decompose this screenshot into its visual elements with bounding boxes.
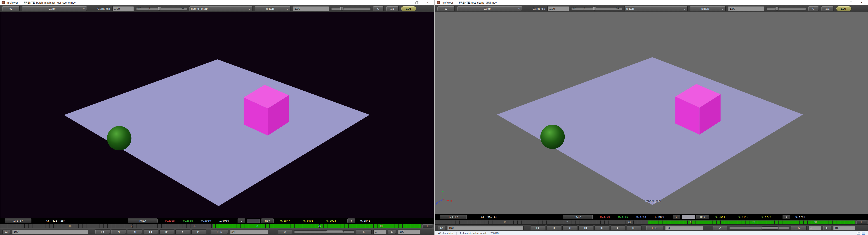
timeline-ruler[interactable]: 163146617691 L xyxy=(0,224,434,229)
pixel-b: 0.3763 xyxy=(633,215,649,218)
loop-start-button[interactable]: S xyxy=(356,230,372,234)
viewport[interactable]: render_camxyz xyxy=(435,12,868,214)
play-button[interactable]: ▶ xyxy=(611,226,625,230)
volume-slider[interactable] xyxy=(729,226,789,230)
titlebar[interactable]: mrViewer FRENTE: test_scene_GUI.mov × xyxy=(435,0,868,5)
loop-start-field[interactable]: 1 xyxy=(809,226,821,230)
loop-start-field[interactable]: 1 xyxy=(373,230,386,234)
frame-tick xyxy=(274,224,274,228)
go-to-end-button[interactable]: ▶| xyxy=(191,229,206,234)
gamma-input[interactable]: 1,00 xyxy=(728,6,764,11)
frame-tick xyxy=(675,221,675,224)
current-frame-field[interactable]: 100 xyxy=(447,226,524,230)
pixel-b: 0.2910 xyxy=(198,219,214,222)
wipe-button[interactable]: W xyxy=(437,6,455,11)
go-to-start-button[interactable]: |◀ xyxy=(530,226,545,230)
gamma-input[interactable]: 1,00 xyxy=(293,6,329,11)
timeline-ruler[interactable]: 163146617691 L xyxy=(435,220,868,225)
audio-button[interactable]: A xyxy=(278,230,292,234)
frame-tick xyxy=(394,224,395,228)
fps-field[interactable]: 24 xyxy=(665,226,703,230)
lut-button[interactable]: LUT xyxy=(836,6,851,11)
loop-end-field[interactable]: 100 xyxy=(833,226,855,230)
go-to-end-button[interactable]: ▶| xyxy=(627,226,642,230)
channel-dropdown[interactable]: Color ▽ xyxy=(457,6,522,11)
step-forward-button[interactable]: |▶ xyxy=(159,229,174,234)
loop-end-button[interactable]: E xyxy=(823,226,831,230)
audio-button[interactable]: A xyxy=(713,226,727,230)
frame-tick xyxy=(658,221,658,224)
play-button[interactable]: ▶ xyxy=(176,229,190,234)
hsv-button[interactable]: HSV xyxy=(696,215,709,219)
volume-slider-thumb[interactable] xyxy=(326,230,344,233)
lut-button[interactable]: LUT xyxy=(401,6,416,11)
minimize-button[interactable] xyxy=(838,1,842,4)
gamma-slider[interactable] xyxy=(766,6,806,11)
pixel-r: 0.2925 xyxy=(162,219,178,222)
color-check-button[interactable]: C xyxy=(238,218,245,223)
frame-tick xyxy=(455,221,456,224)
display-dropdown-label: sRGB xyxy=(690,7,721,10)
thumbnail-view-icon[interactable] xyxy=(862,232,865,235)
fit-1-1-button[interactable]: 1:1 xyxy=(821,6,834,11)
play-backwards-button[interactable]: ◀ xyxy=(111,229,126,234)
titlebar[interactable]: mrViewer FRENTE: batch_playblast_test_sc… xyxy=(0,0,434,5)
wipe-button[interactable]: W xyxy=(2,6,20,11)
gain-input[interactable]: 1,00 xyxy=(548,6,569,11)
gamma-slider[interactable] xyxy=(331,6,371,11)
step-back-button[interactable]: ◀| xyxy=(562,226,577,230)
frame-tick xyxy=(45,224,45,228)
rgba-button[interactable]: RGBA xyxy=(128,218,158,223)
volume-slider-thumb[interactable] xyxy=(761,227,779,230)
zoom-ratio-button[interactable]: 1/1.07 xyxy=(5,218,31,223)
gain-input[interactable]: 1,00 xyxy=(112,6,134,11)
go-to-start-button[interactable]: |◀ xyxy=(95,229,110,234)
details-view-icon[interactable] xyxy=(857,232,860,235)
checkerboard-button[interactable]: C xyxy=(373,6,384,11)
gain-slider[interactable]: ,02 ,1 64 xyxy=(571,6,622,11)
loop-end-field[interactable]: 100 xyxy=(398,230,420,234)
hsv-button[interactable]: HSV xyxy=(261,218,274,223)
play-backwards-button[interactable]: ◀ xyxy=(546,226,561,230)
xy-value: 65, 62 xyxy=(487,215,515,218)
restore-button[interactable] xyxy=(415,1,418,4)
luma-button[interactable]: Y xyxy=(347,218,355,223)
loop-end-button[interactable]: E xyxy=(388,230,396,234)
frame-number-label: 16 xyxy=(504,221,506,224)
channel-dropdown[interactable]: Color ▽ xyxy=(22,6,87,11)
loop-mode-button[interactable]: L xyxy=(423,224,433,228)
colorspace-dropdown[interactable]: sRGB ▽ xyxy=(624,6,688,11)
gamma-slider-thumb[interactable] xyxy=(340,6,343,11)
fps-field[interactable]: 24 xyxy=(230,230,268,234)
minimize-button[interactable] xyxy=(404,1,408,4)
color-check-button[interactable]: C xyxy=(673,215,680,219)
zoom-ratio-button[interactable]: 1/1.07 xyxy=(440,215,467,219)
explorer-status-bar: 45 elementos 1 elemento seleccionado 200… xyxy=(435,231,868,235)
display-dropdown[interactable]: sRGB ▽ xyxy=(255,6,290,11)
colorspace-dropdown[interactable]: scene_linear ▽ xyxy=(189,6,252,11)
loop-start-button[interactable]: S xyxy=(791,226,807,230)
gain-tick-label: ,1 xyxy=(583,7,585,9)
luma-button[interactable]: Y xyxy=(782,215,790,219)
current-frame-field[interactable]: 100 xyxy=(12,230,88,234)
fit-1-1-button[interactable]: 1:1 xyxy=(386,6,399,11)
rgba-button[interactable]: RGBA xyxy=(563,215,593,219)
gain-slider[interactable]: ,02 ,1 64 xyxy=(136,6,187,11)
close-button[interactable]: × xyxy=(860,1,863,4)
loop-mode-button[interactable]: L xyxy=(857,221,867,224)
stop-button[interactable]: ▮▮ xyxy=(579,226,593,230)
frame-tick xyxy=(145,224,145,228)
close-button[interactable]: × xyxy=(426,1,429,4)
step-back-button[interactable]: ◀| xyxy=(127,229,142,234)
frame-tick xyxy=(787,221,787,224)
gamma-slider-thumb[interactable] xyxy=(775,6,778,11)
checkerboard-button[interactable]: C xyxy=(808,6,819,11)
stop-button[interactable]: ▮▮ xyxy=(143,229,158,234)
gain-slider-thumb[interactable] xyxy=(593,6,596,11)
volume-slider[interactable] xyxy=(294,230,354,234)
viewport[interactable] xyxy=(0,12,434,218)
maximize-button[interactable] xyxy=(849,1,852,4)
step-forward-button[interactable]: |▶ xyxy=(594,226,610,230)
display-dropdown[interactable]: sRGB ▽ xyxy=(690,6,725,11)
gain-slider-thumb[interactable] xyxy=(158,6,161,11)
